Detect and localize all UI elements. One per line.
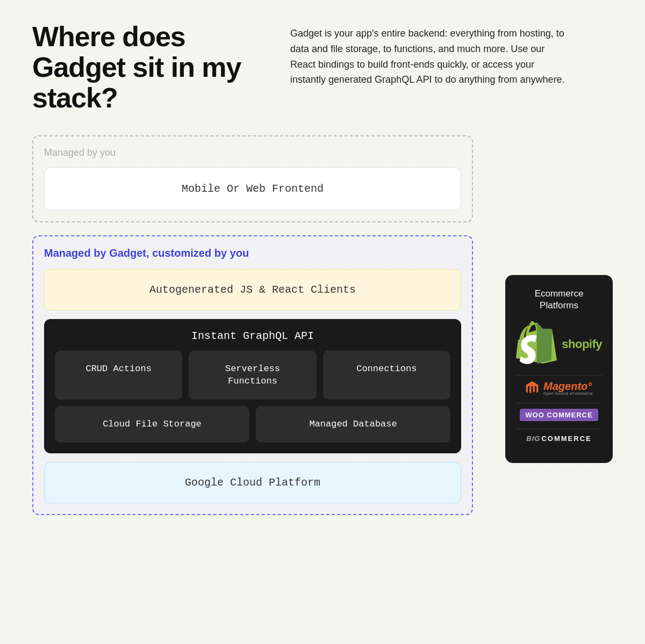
action-grid-row2: Cloud File Storage Managed Database — [55, 406, 450, 443]
diagram-wrapper: Managed by you Mobile Or Web Frontend Ma… — [32, 135, 613, 515]
hero-description: Gadget is your app's entire backend: eve… — [290, 21, 570, 88]
crud-actions-box: CRUD Actions — [55, 351, 182, 400]
frontend-box: Mobile Or Web Frontend — [44, 167, 461, 211]
big-part: BIG — [526, 435, 540, 443]
action-grid-row1: CRUD Actions ServerlessFunctions Connect… — [55, 351, 450, 400]
magento-text: Magento° — [543, 381, 593, 392]
managed-by-gadget-box: Managed by Gadget, customized by you Aut… — [32, 235, 473, 515]
magento-text-wrap: Magento° Open Source eCommerce — [543, 381, 593, 395]
divider-3 — [516, 429, 602, 429]
divider-2 — [516, 403, 602, 403]
woocommerce-logo: WOO COMMERCE — [516, 409, 602, 421]
magento-icon — [525, 381, 539, 395]
magento-logo: Magento° Open Source eCommerce — [516, 381, 602, 395]
serverless-functions-box: ServerlessFunctions — [189, 351, 316, 400]
graphql-outer-box: Instant GraphQL API CRUD Actions Serverl… — [44, 319, 461, 453]
shopify-text: shopify — [562, 337, 602, 351]
connections-box: Connections — [323, 351, 450, 400]
managed-by-you-box: Managed by you Mobile Or Web Frontend — [32, 135, 473, 222]
google-cloud-box: Google Cloud Platform — [44, 462, 461, 503]
managed-by-you-label: Managed by you — [44, 147, 461, 158]
managed-by-gadget-label: Managed by Gadget, customized by you — [44, 247, 461, 259]
commerce-part: COMMERCE — [541, 435, 591, 443]
hero-section: Where does Gadget sit in my stack? Gadge… — [32, 21, 613, 114]
autogenerated-box: Autogenerated JS & React Clients — [44, 269, 461, 310]
cloud-file-storage-box: Cloud File Storage — [55, 406, 249, 443]
shopify-icon — [516, 321, 557, 368]
woocommerce-text: WOO COMMERCE — [520, 409, 598, 421]
bigcommerce-logo: BIG COMMERCE — [516, 435, 602, 443]
managed-database-box: Managed Database — [256, 406, 450, 443]
hero-title: Where does Gadget sit in my stack? — [32, 21, 258, 114]
bigcommerce-text: BIG COMMERCE — [526, 435, 591, 443]
graphql-title: Instant GraphQL API — [55, 330, 450, 342]
divider-1 — [516, 375, 602, 375]
ecommerce-title: Ecommerce Platforms — [516, 288, 602, 312]
ecommerce-sidebar: Ecommerce Platforms shopify Magento° — [505, 275, 613, 464]
shopify-logo: shopify — [516, 321, 602, 368]
magento-sub: Open Source eCommerce — [543, 392, 593, 395]
